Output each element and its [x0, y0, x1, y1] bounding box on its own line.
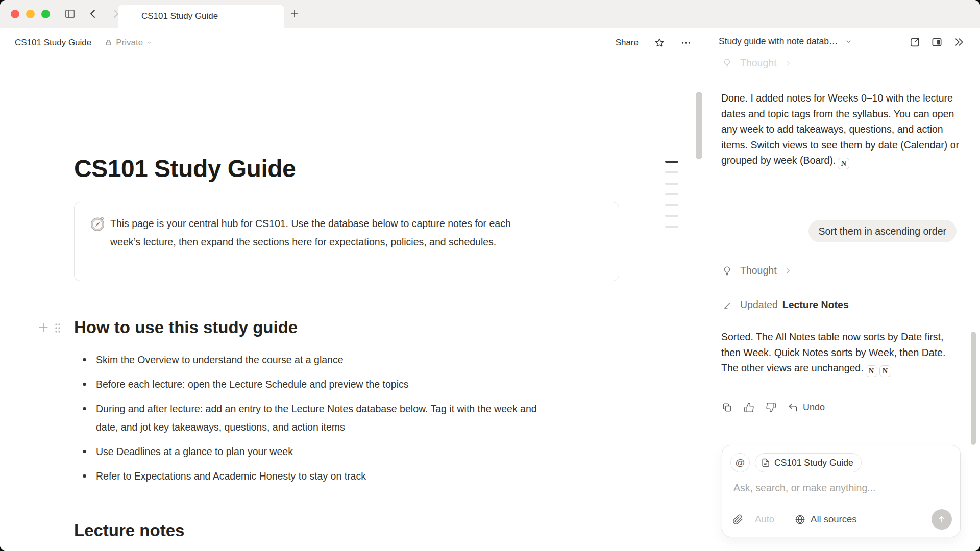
sidebar-scrollbar[interactable] [971, 332, 976, 445]
ai-thread-title: Study guide with note datab… [719, 36, 838, 47]
app-window: CS101 Study Guide CS101 Study Guide Priv… [0, 0, 980, 551]
chevron-right-icon [785, 267, 792, 274]
list-item: Use Deadlines at a glance to plan your w… [82, 442, 541, 461]
list-item: Refer to Expectations and Academic Hones… [82, 467, 541, 485]
traffic-lights [11, 10, 50, 18]
toggle-sidebar-icon[interactable] [64, 8, 76, 20]
callout-block: This page is your central hub for CS101.… [74, 202, 619, 281]
callout-text: This page is your central hub for CS101.… [110, 214, 542, 251]
ai-sidebar: Study guide with note datab… [706, 28, 980, 551]
page-icon [761, 458, 770, 467]
collapse-sidebar-icon[interactable] [953, 36, 965, 48]
copy-icon[interactable] [722, 402, 732, 413]
attachment-icon[interactable] [732, 514, 743, 525]
active-tab[interactable]: CS101 Study Guide [118, 5, 284, 28]
outline-dash[interactable] [665, 183, 678, 185]
pencil-edit-icon [722, 300, 732, 310]
list-item: During and after lecture: add an entry t… [82, 399, 541, 436]
main-scrollbar[interactable] [696, 92, 702, 159]
undo-label: Undo [803, 402, 825, 413]
ai-composer: @ CS101 Study Guide Ask, search, or make… [722, 445, 961, 537]
sources-label: All sources [811, 514, 856, 525]
list-item: Before each lecture: open the Lecture Sc… [82, 375, 541, 393]
tab-title: CS101 Study Guide [141, 11, 218, 21]
assistant-message: Sorted. The All Notes table now sorts by… [721, 329, 963, 377]
page-title: CS101 Study Guide [74, 154, 296, 184]
toggle-right-panel-icon[interactable] [931, 36, 943, 48]
thought-row[interactable]: Thought [722, 265, 792, 277]
model-auto-selector[interactable]: Auto [755, 514, 774, 525]
new-chat-icon[interactable] [909, 36, 921, 48]
lock-icon [105, 39, 112, 46]
compass-icon[interactable] [90, 216, 105, 232]
notion-page-badge-icon[interactable]: N [838, 158, 849, 169]
outline-dash[interactable] [665, 215, 678, 217]
privacy-selector[interactable]: Private [105, 38, 152, 48]
lightbulb-icon [722, 265, 732, 276]
message-actions: Undo [722, 402, 825, 413]
privacy-label: Private [116, 38, 143, 48]
more-options-icon[interactable] [680, 37, 692, 48]
main-panel: CS101 Study Guide Private Share [0, 28, 706, 551]
chevron-down-icon [845, 38, 852, 45]
notion-page-badge-icon[interactable]: N [879, 365, 891, 377]
sources-selector[interactable]: All sources [795, 514, 856, 525]
outline-dash[interactable] [665, 193, 678, 195]
outline-dash[interactable] [665, 226, 678, 228]
globe-icon [795, 514, 805, 525]
lightbulb-icon [722, 58, 732, 68]
chevron-right-icon [785, 60, 792, 67]
favorite-star-icon[interactable] [654, 37, 665, 48]
updated-label: Updated [740, 299, 778, 311]
zoom-window-button[interactable] [41, 10, 50, 18]
arrow-up-icon [937, 514, 947, 524]
outline-dash[interactable] [665, 171, 678, 173]
mention-button[interactable]: @ [730, 453, 750, 472]
thumbs-up-icon[interactable] [744, 402, 754, 413]
send-button[interactable] [932, 509, 952, 530]
outline-dash[interactable] [665, 161, 678, 163]
minimize-window-button[interactable] [26, 10, 35, 18]
thought-label: Thought [740, 57, 777, 69]
context-chip[interactable]: CS101 Study Guide [755, 453, 862, 472]
context-chip-label: CS101 Study Guide [774, 458, 853, 468]
back-button[interactable] [87, 8, 99, 20]
chevron-down-icon [146, 40, 152, 45]
assistant-message: Done. I added notes for Weeks 0–10 with … [721, 90, 963, 169]
notion-page-badge-icon[interactable]: N [866, 365, 877, 377]
thought-row[interactable]: Thought [722, 57, 792, 69]
add-block-button[interactable] [37, 321, 50, 334]
section-heading-how-to: How to use this study guide [74, 316, 298, 339]
new-tab-button[interactable] [289, 8, 300, 19]
ai-thread-selector[interactable]: Study guide with note datab… [719, 36, 852, 47]
updated-page-link[interactable]: Lecture Notes [782, 299, 849, 311]
user-message-bubble: Sort them in ascending order [808, 220, 957, 242]
share-button[interactable]: Share [616, 38, 639, 48]
drag-handle-icon[interactable] [54, 322, 62, 334]
thumbs-down-icon[interactable] [766, 402, 776, 413]
breadcrumb[interactable]: CS101 Study Guide [15, 38, 91, 48]
list-item: Skim the Overview to understand the cour… [82, 350, 541, 369]
close-window-button[interactable] [11, 10, 19, 18]
outline-dash[interactable] [665, 204, 678, 206]
updated-row[interactable]: Updated Lecture Notes [722, 299, 849, 311]
undo-button[interactable]: Undo [788, 402, 825, 413]
page-header: CS101 Study Guide Private Share [0, 28, 706, 57]
composer-input[interactable]: Ask, search, or make anything... [733, 482, 876, 494]
tab-bar: CS101 Study Guide [0, 0, 980, 28]
undo-arrow-icon [788, 402, 798, 413]
section-heading-lecture-notes: Lecture notes [74, 519, 184, 542]
bullet-list: Skim the Overview to understand the cour… [82, 350, 541, 491]
ai-sidebar-header: Study guide with note datab… [706, 28, 980, 57]
thought-label: Thought [740, 265, 777, 277]
